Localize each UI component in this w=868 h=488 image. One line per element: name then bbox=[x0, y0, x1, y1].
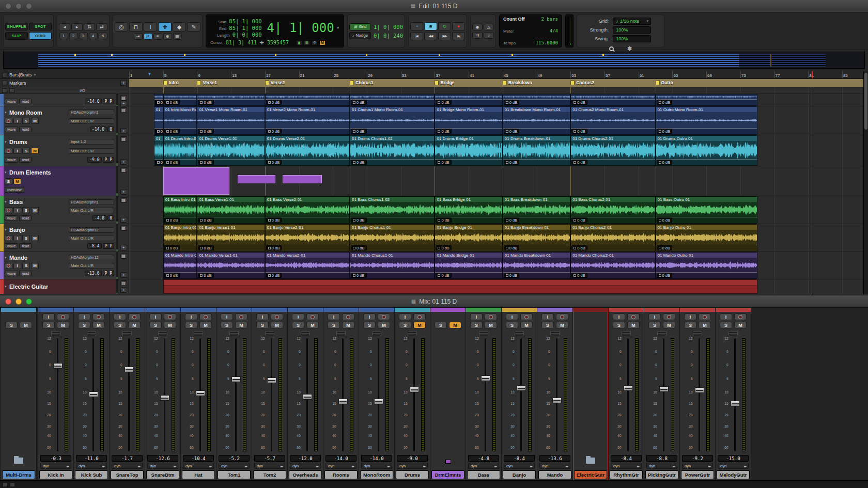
input-monitor-button[interactable]: I bbox=[648, 313, 661, 320]
volume-readout[interactable]: -9.0 bbox=[397, 455, 428, 462]
clip-volume-automation[interactable]: 0 dB bbox=[350, 128, 434, 134]
clip-gain-badge[interactable]: 0 dB bbox=[351, 245, 366, 250]
mix-list-icon[interactable] bbox=[10, 482, 15, 487]
volume-fader[interactable] bbox=[89, 338, 98, 451]
track-header-mando[interactable]: ▾MandoHDAdMorphn12ISMMain Out L/Rwaverea… bbox=[0, 252, 129, 279]
input-monitor-button[interactable]: I bbox=[221, 313, 233, 320]
input-monitor-button[interactable]: I bbox=[328, 313, 340, 320]
pan-arrows-icon[interactable]: ▸▸ bbox=[67, 464, 69, 468]
audio-clip[interactable]: 0 dB bbox=[570, 94, 655, 106]
track-disclosure-icon[interactable]: ▾ bbox=[5, 228, 8, 232]
audio-clip[interactable]: 01 Drums Intro-010 dB bbox=[163, 135, 197, 166]
channel-strip-multi-drms[interactable]: SMMulti-Drms bbox=[1, 308, 37, 481]
clip-volume-automation[interactable]: 0 dB bbox=[571, 245, 655, 251]
clip-volume-automation[interactable]: 0 dB bbox=[435, 159, 502, 165]
clip-volume-automation[interactable]: 0 dB bbox=[266, 159, 349, 165]
track-disclosure-icon[interactable]: ▾ bbox=[5, 200, 8, 204]
clip-volume-automation[interactable]: 0 dB bbox=[266, 128, 349, 134]
mute-button[interactable]: M bbox=[378, 322, 390, 328]
clip-volume-automation[interactable]: 0 dB bbox=[435, 217, 502, 223]
channel-nameplate[interactable]: Kick In bbox=[39, 470, 72, 479]
clip-gain-badge[interactable]: 0 dB bbox=[571, 129, 587, 134]
audio-clip[interactable]: 01 Breakdown Mono Room-010 dB bbox=[503, 106, 570, 135]
clip-volume-automation[interactable]: 0 dB bbox=[266, 245, 349, 251]
track-mute-button[interactable]: M bbox=[13, 178, 21, 184]
channel-strip-monoroom[interactable]: ISM12605101520304060-14.0dyn▸▸MonoRoom bbox=[359, 308, 395, 481]
input-monitor-button[interactable]: I bbox=[506, 313, 518, 320]
track-header-mono-room[interactable]: ▾Mono RoomHDAudMorphn1ISMMain Out L/Rwav… bbox=[0, 106, 129, 135]
track-volume[interactable]: -14.0 bbox=[85, 99, 101, 104]
track-record-button[interactable] bbox=[5, 148, 12, 154]
dyn-row[interactable]: dyn▸▸ bbox=[76, 463, 107, 469]
track-playlist-button[interactable]: ▤ bbox=[120, 167, 127, 173]
track-lane-track-1[interactable]: 0 dB0 dB0 dB0 dB0 dB0 dB0 dB0 dB0 dB bbox=[129, 94, 863, 106]
audio-clip[interactable]: 01 Verse1 Mono Room-010 dB bbox=[197, 106, 265, 135]
audio-zoom-button[interactable]: ⇅ bbox=[84, 23, 95, 31]
fader-handle[interactable] bbox=[160, 395, 169, 401]
track-automation-mode[interactable]: read bbox=[19, 99, 32, 104]
audio-clip[interactable]: 01 Banjo Bridge-010 dB bbox=[435, 224, 502, 251]
audio-clip[interactable]: 01 Drums Breakdown-010 dB bbox=[503, 135, 570, 166]
track-mute-button[interactable]: M bbox=[31, 207, 39, 213]
track-input-monitor-button[interactable]: I bbox=[13, 235, 21, 241]
track-add-lane-button[interactable]: + bbox=[120, 287, 127, 293]
mode-button-slip[interactable]: SLIP bbox=[5, 32, 28, 40]
track-playlist-button[interactable]: ▤ bbox=[120, 253, 127, 259]
clip-volume-automation[interactable]: 0 dB bbox=[350, 272, 434, 278]
metronome-button[interactable]: △ bbox=[484, 24, 494, 30]
tempo-value[interactable]: 115.0000 bbox=[536, 40, 558, 45]
clip-volume-automation[interactable]: 0 dB bbox=[503, 99, 570, 105]
clip-gain-badge[interactable]: 0 dB bbox=[198, 160, 213, 165]
solo-button[interactable]: S bbox=[328, 322, 340, 328]
group-assignment-box[interactable] bbox=[336, 332, 346, 336]
dyn-row[interactable]: dyn▸▸ bbox=[539, 463, 570, 469]
input-monitor-button[interactable]: I bbox=[363, 313, 376, 320]
track-volume[interactable]: -9.0 bbox=[87, 157, 101, 163]
clip-gain-badge[interactable]: 0 dB bbox=[436, 160, 451, 165]
audio-clip[interactable]: 01 Intro Mono Room-010 dB bbox=[163, 106, 197, 135]
clip-gain-badge[interactable]: 0 dB bbox=[657, 245, 672, 250]
clip-volume-automation[interactable]: 0 dB bbox=[164, 245, 197, 251]
audio-clip[interactable]: 01 Bass Bridge-010 dB bbox=[435, 196, 502, 224]
track-pan[interactable]: 0 bbox=[107, 215, 114, 221]
marker-chorus2[interactable]: Chorus2 bbox=[570, 80, 594, 85]
record-arm-button[interactable] bbox=[57, 313, 69, 320]
volume-readout[interactable]: -8.4 bbox=[504, 455, 535, 462]
channel-strip-snaretop[interactable]: ISM12605101520304060-1.7dyn▸▸SnareTop bbox=[110, 308, 145, 481]
track-header-bass[interactable]: ▾BassHDAudMorphn1ISMMain Out L/Rwaveread… bbox=[0, 196, 129, 224]
audio-clip[interactable]: 01 Drums Outro-010 dB bbox=[656, 135, 757, 166]
audio-clip[interactable]: 0 dB bbox=[154, 94, 163, 106]
track-pan[interactable]: P P bbox=[103, 243, 114, 249]
zoom-preset-3[interactable]: 3 bbox=[79, 33, 88, 39]
record-arm-button[interactable] bbox=[520, 313, 533, 320]
input-monitor-button[interactable]: I bbox=[78, 313, 90, 320]
mute-button[interactable]: M bbox=[627, 322, 640, 328]
channel-nameplate[interactable]: PowerGutr bbox=[681, 470, 714, 479]
marker-verse2[interactable]: Verse2 bbox=[265, 80, 285, 85]
dyn-row[interactable]: dyn▸▸ bbox=[326, 463, 357, 469]
group-assignment-box[interactable] bbox=[622, 332, 631, 336]
record-arm-button[interactable] bbox=[734, 313, 747, 320]
clip-gain-badge[interactable]: 0 dB bbox=[657, 217, 672, 223]
channel-strip-pickinggutr[interactable]: ISM12605101520304060-8.8dyn▸▸PickingGutr bbox=[644, 308, 680, 481]
group-assignment-box[interactable] bbox=[729, 332, 738, 336]
pre-post-roll-button[interactable]: ▦ bbox=[173, 33, 182, 40]
audio-clip[interactable]: 01 Bass Breakdown-010 dB bbox=[503, 196, 570, 224]
track-mute-button[interactable]: M bbox=[31, 118, 39, 124]
dyn-row[interactable]: dyn▸▸ bbox=[718, 463, 749, 469]
track-add-lane-button[interactable]: + bbox=[120, 159, 127, 165]
record-arm-button[interactable] bbox=[306, 313, 319, 320]
solo-button[interactable]: S bbox=[648, 322, 661, 328]
volume-readout[interactable]: -8.8 bbox=[646, 455, 677, 462]
volume-readout[interactable]: -9.2 bbox=[682, 455, 713, 462]
dyn-row[interactable]: dyn▸▸ bbox=[112, 463, 143, 469]
group-assignment-box[interactable] bbox=[693, 332, 702, 336]
clip-gain-badge[interactable]: 0 dB bbox=[351, 160, 366, 165]
volume-fader[interactable] bbox=[196, 338, 205, 451]
volume-readout[interactable]: -1.7 bbox=[112, 455, 143, 462]
zoom-preset-4[interactable]: 4 bbox=[89, 33, 98, 39]
channel-nameplate[interactable]: Hat bbox=[182, 470, 215, 479]
channel-nameplate[interactable]: ElectricGutr bbox=[574, 470, 607, 479]
selection-value-length[interactable]: 0| 0| 000 bbox=[233, 32, 262, 38]
magnifier-icon[interactable] bbox=[609, 46, 614, 51]
